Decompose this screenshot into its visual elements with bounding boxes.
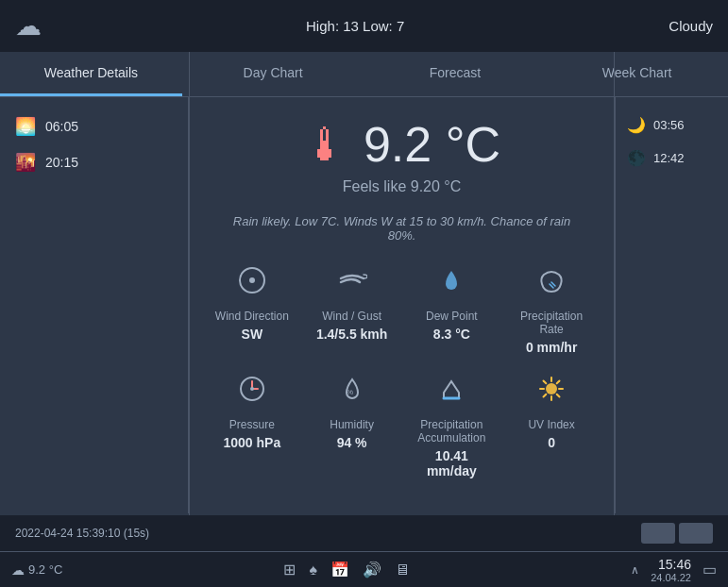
timestamp: 2022-04-24 15:39:10 (15s) [15,527,149,540]
moonset-item: 🌑 12:42 [627,149,717,167]
dew-point-label: Dew Point [426,310,478,323]
taskbar-right: ∧ 15:46 24.04.22 ▭ [631,557,717,583]
right-divider [614,52,615,515]
left-divider [189,52,190,515]
sunset-item: 🌇 20:15 [15,152,173,173]
right-sidebar: 🌙 03:56 🌑 12:42 [615,97,728,513]
taskbar-temp: 9.2 °C [28,562,62,577]
precip-accum-value: 10.41 mm/day [412,448,493,478]
uv-label: UV Index [528,418,574,431]
sunset-icon: 🌇 [15,152,36,173]
wind-direction-label: Wind Direction [215,310,289,323]
precip-rate-value: 0 mm/hr [526,340,577,355]
taskbar-chevron-icon[interactable]: ∧ [631,563,639,577]
cloud-logo-icon: ☁ [15,10,42,42]
uv-icon [536,374,567,411]
pressure-label: Pressure [229,418,275,431]
taskbar-grid-icon[interactable]: ⊞ [283,561,296,579]
wind-gust-value: 1.4/5.5 kmh [316,327,388,342]
humidity-value: 94 % [337,435,367,450]
current-temperature: 9.2 °C [364,116,500,173]
thermometer-icon: 🌡 [303,119,348,171]
taskbar-date: 24.04.22 [651,572,691,583]
precip-rate-icon [536,265,567,302]
taskbar-desktop-icon[interactable]: ▭ [703,561,717,579]
moonrise-item: 🌙 03:56 [627,116,717,134]
taskbar-center-icons: ⊞ ♠ 📅 🔊 🖥 [283,561,410,579]
precip-rate-cell: Precipitation Rate 0 mm/hr [511,265,592,355]
weather-condition: Cloudy [669,18,713,34]
status-btn-2[interactable] [679,523,713,544]
tab-day-chart[interactable]: Day Chart [182,52,364,96]
pressure-value: 1000 hPa [224,435,281,450]
center-content: 🌡 9.2 °C Feels like 9.20 °C Rain likely.… [189,97,615,513]
moonset-time: 12:42 [653,151,685,165]
moonrise-icon: 🌙 [627,116,646,134]
svg-line-14 [544,394,547,397]
svg-text:%: % [347,388,353,396]
wind-direction-cell: Wind Direction SW [212,265,293,355]
wind-icon [337,265,367,302]
wind-direction-value: SW [242,327,263,342]
left-sidebar: 🌅 06:05 🌇 20:15 [0,97,189,513]
high-low-temp: High: 13 Low: 7 [306,18,404,34]
top-bar: ☁ High: 13 Low: 7 Cloudy [0,0,728,52]
svg-line-11 [544,381,547,384]
dew-point-value: 8.3 °C [433,327,470,342]
feels-like: Feels like 9.20 °C [343,178,462,195]
uv-value: 0 [548,435,555,450]
precip-rate-label: Precipitation Rate [511,310,592,336]
weather-description: Rain likely. Low 7C. Winds W at 15 to 30… [232,214,572,243]
uv-index-cell: UV Index 0 [511,374,592,478]
wind-gust-label: Wind / Gust [322,310,381,323]
dew-icon [436,265,466,302]
moonset-icon: 🌑 [627,149,646,167]
temperature-section: 🌡 9.2 °C [303,116,500,173]
wind-direction-icon [237,265,267,302]
taskbar-calendar-icon[interactable]: 📅 [330,561,349,579]
humidity-icon: % [337,374,367,411]
taskbar-time-display: 15:46 24.04.22 [651,557,691,583]
svg-point-1 [249,277,255,283]
humidity-cell: % Humidity 94 % [312,374,393,478]
precip-accum-label: Precipitation Accumulation [412,418,493,444]
dew-point-cell: Dew Point 8.3 °C [412,265,493,355]
svg-point-3 [250,387,254,391]
moonrise-time: 03:56 [653,118,685,132]
tab-weather-details[interactable]: Weather Details [0,52,182,96]
nav-tabs: Weather Details Day Chart Forecast Week … [0,52,728,97]
weather-grid: Wind Direction SW Wind / Gust 1.4/5.5 km… [212,265,592,478]
pressure-icon [237,374,267,411]
sunrise-icon: 🌅 [15,116,36,137]
status-bar: 2022-04-24 15:39:10 (15s) [0,515,728,551]
precip-accum-icon [436,374,466,411]
taskbar-cloud-icon: ☁ [11,562,25,578]
precip-accum-cell: Precipitation Accumulation 10.41 mm/day [412,374,493,478]
main-content: 🌅 06:05 🌇 20:15 🌡 9.2 °C Feels like 9.20… [0,97,728,513]
sunset-time: 20:15 [45,155,78,170]
tab-forecast[interactable]: Forecast [364,52,547,96]
wind-gust-cell: Wind / Gust 1.4/5.5 kmh [312,265,393,355]
svg-line-12 [557,394,560,397]
svg-line-13 [557,381,560,384]
pressure-cell: Pressure 1000 hPa [212,374,293,478]
taskbar-screen-icon[interactable]: 🖥 [395,562,410,579]
taskbar-steam-icon[interactable]: ♠ [309,562,317,579]
humidity-label: Humidity [330,418,374,431]
taskbar-volume-icon[interactable]: 🔊 [363,561,381,579]
app-logo: ☁ [15,10,42,42]
sunrise-time: 06:05 [45,119,78,134]
tab-week-chart[interactable]: Week Chart [546,52,728,96]
taskbar-time: 15:46 [651,557,691,572]
sunrise-item: 🌅 06:05 [15,116,173,137]
taskbar-weather: ☁ 9.2 °C [11,562,62,578]
status-btn-1[interactable] [641,523,675,544]
svg-point-6 [546,383,557,394]
status-buttons [641,523,713,544]
taskbar: ☁ 9.2 °C ⊞ ♠ 📅 🔊 🖥 ∧ 15:46 24.04.22 ▭ [0,551,728,587]
